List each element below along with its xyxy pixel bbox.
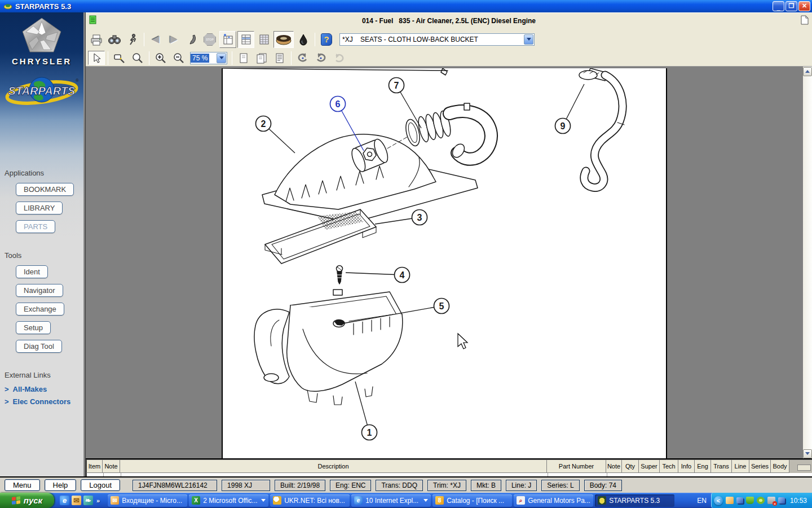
diagram-callout-7[interactable]: 7: [389, 77, 422, 128]
diagram-callout-2[interactable]: 2: [256, 116, 295, 153]
diagram-callout-9[interactable]: 9: [555, 84, 585, 134]
part-vent-hose[interactable]: [579, 68, 624, 187]
all-makes-link[interactable]: > All-Makes: [5, 385, 83, 393]
column-tech[interactable]: Tech: [660, 459, 678, 473]
chevron-down-icon[interactable]: [524, 34, 533, 45]
column-line[interactable]: Line: [732, 459, 749, 473]
column-body[interactable]: Body: [771, 459, 789, 473]
rotate-ccw-button[interactable]: [294, 51, 311, 65]
start-button[interactable]: пуск: [0, 493, 54, 508]
diagram-page[interactable]: 12345679: [222, 68, 667, 458]
task-gm-parts[interactable]: ⌕ General Motors Pa...: [514, 494, 593, 507]
column-series[interactable]: Series: [749, 459, 771, 473]
task-ukrnet[interactable]: UKR.NET: Всі нов...: [270, 494, 350, 507]
part-intake-tube[interactable]: [404, 103, 491, 160]
task-msoffice-group[interactable]: X 2 Microsoft Offic...: [189, 494, 268, 507]
part-housing[interactable]: [254, 290, 403, 405]
clock[interactable]: 10:53: [790, 497, 807, 505]
tray-network-icon[interactable]: [736, 497, 743, 503]
table-grid-button[interactable]: [255, 31, 272, 48]
forward-button[interactable]: ▶: [165, 31, 182, 48]
navigator-button[interactable]: Navigator: [16, 284, 63, 297]
page-single-button[interactable]: [235, 51, 252, 65]
page-facing-button[interactable]: [253, 51, 270, 65]
scroll-down-button[interactable]: [803, 449, 812, 458]
column-note[interactable]: Note: [103, 459, 120, 473]
bookmark-button[interactable]: BOOKMARK: [16, 183, 74, 196]
back-button[interactable]: ◀: [147, 31, 164, 48]
column-super[interactable]: Super: [639, 459, 660, 473]
tray-mail-icon[interactable]: [726, 497, 734, 504]
column-description[interactable]: Description: [120, 459, 547, 473]
restore-button[interactable]: ❐: [785, 1, 797, 11]
column-qty[interactable]: Qty: [622, 459, 639, 473]
table-corner-scroll[interactable]: [789, 459, 812, 473]
task-inbox[interactable]: ✉ Входящие - Micro...: [108, 494, 187, 507]
task-ie-group[interactable]: e 10 Internet Expl...: [351, 494, 431, 507]
starparts-logo: STARPARTS ®: [0, 74, 83, 109]
help-button[interactable]: ?: [318, 31, 335, 48]
pointer-tool-button[interactable]: [88, 51, 105, 65]
logout-button[interactable]: Logout: [81, 479, 120, 491]
zoom-level-combo[interactable]: 75 %: [190, 52, 227, 64]
fluid-drop-button[interactable]: [295, 31, 312, 48]
ident-button[interactable]: Ident: [16, 265, 48, 278]
quicklaunch-desktop-icon[interactable]: ❧: [83, 496, 93, 505]
menu-button[interactable]: Menu: [5, 479, 40, 491]
air-filter-view-button[interactable]: [273, 31, 294, 48]
task-catalog[interactable]: 8 Catalog - [Поиск ...: [433, 494, 512, 507]
diagram-callout-1[interactable]: 1: [355, 382, 377, 440]
setup-button[interactable]: Setup: [16, 321, 51, 334]
column-item[interactable]: Item: [86, 459, 103, 473]
column-eng[interactable]: Eng: [695, 459, 711, 473]
quicklaunch-mail-icon[interactable]: ✉: [72, 496, 81, 505]
language-indicator[interactable]: EN: [692, 497, 711, 505]
ie-icon: e: [354, 496, 363, 505]
vehicle-trim-combo[interactable]: *XJ SEATS - CLOTH LOW-BACK BUCKET: [339, 33, 535, 46]
titlebar[interactable]: STARPARTS 5.3 _ ❐ ✕: [0, 0, 812, 12]
task-starparts-active[interactable]: STARPARTS 5.3: [595, 494, 674, 507]
page-text-button[interactable]: [271, 51, 288, 65]
tray-network-icon-2[interactable]: [778, 497, 785, 503]
vertical-scrollbar[interactable]: [803, 67, 812, 458]
parts-list-sparkle-button[interactable]: [219, 31, 236, 48]
chevron-down-icon[interactable]: [217, 53, 226, 63]
library-button[interactable]: LIBRARY: [16, 202, 63, 214]
zoom-marquee-button[interactable]: [111, 51, 128, 65]
zoom-in-button[interactable]: [152, 51, 169, 65]
part-screw[interactable]: [337, 265, 343, 284]
search-binoculars-button[interactable]: [106, 31, 123, 48]
taskbar: пуск e ✉ ❧ » ✉ Входящие - Micro... X 2 M…: [0, 493, 812, 508]
page-icon[interactable]: [801, 15, 809, 27]
part-filter[interactable]: [265, 209, 376, 264]
print-button[interactable]: [88, 31, 105, 48]
scroll-up-button[interactable]: [803, 67, 812, 76]
close-button[interactable]: ✕: [798, 1, 810, 11]
column-part-number[interactable]: Part Number: [547, 459, 606, 473]
tray-icq-icon[interactable]: [757, 497, 765, 504]
body-field: Body: 74: [584, 480, 622, 491]
help-button-bottom[interactable]: Help: [45, 479, 77, 491]
column-trans[interactable]: Trans: [711, 459, 732, 473]
tray-antivirus-icon[interactable]: [746, 497, 754, 504]
diagram-callout-4[interactable]: 4: [346, 267, 410, 282]
return-button[interactable]: [183, 31, 200, 48]
elec-connectors-link[interactable]: > Elec Connectors: [5, 397, 83, 406]
tray-collapse-chevron[interactable]: <: [714, 496, 723, 505]
quicklaunch-ie-icon[interactable]: e: [60, 496, 69, 505]
magnifier-button[interactable]: [129, 51, 146, 65]
minimize-button[interactable]: _: [773, 1, 784, 11]
diag-tool-button[interactable]: Diag Tool: [16, 340, 62, 353]
build-date-field: Built: 2/19/98: [275, 480, 325, 491]
zoom-out-button[interactable]: [170, 51, 187, 65]
run-button[interactable]: [124, 31, 141, 48]
diagram-viewport[interactable]: 12345679: [86, 67, 812, 458]
quicklaunch-overflow-chevron[interactable]: »: [96, 497, 100, 504]
column-note-2[interactable]: Note: [606, 459, 622, 473]
tray-printer-error-icon[interactable]: [767, 497, 775, 504]
exchange-button[interactable]: Exchange: [16, 303, 64, 316]
rotate-cw-button[interactable]: [312, 51, 329, 65]
parts-button[interactable]: PARTS: [16, 220, 55, 233]
column-info[interactable]: Info: [678, 459, 695, 473]
parts-table-highlight-button[interactable]: [237, 31, 254, 48]
